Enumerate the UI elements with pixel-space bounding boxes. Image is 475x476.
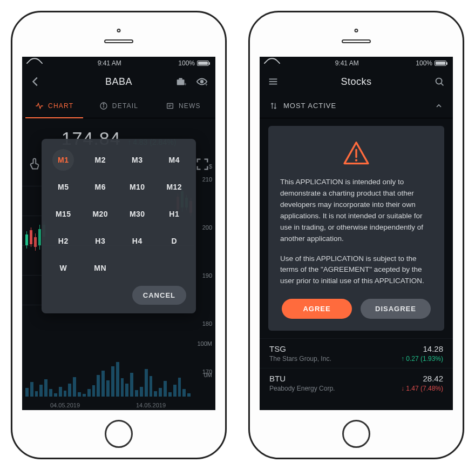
svg-text:+: + <box>205 82 208 88</box>
svg-point-14 <box>436 78 442 84</box>
timeframe-option-m30[interactable]: M30 <box>119 200 156 227</box>
page-header: BABA + + <box>22 70 215 93</box>
pulse-icon <box>35 102 44 110</box>
cancel-button[interactable]: CANCEL <box>132 286 186 305</box>
timeframe-option-h4[interactable]: H4 <box>119 227 156 254</box>
fullscreen-icon[interactable] <box>195 157 210 172</box>
timeframe-option-m12[interactable]: M12 <box>156 173 193 200</box>
search-icon[interactable] <box>433 76 445 88</box>
status-bar: 9:41 AM 100% <box>22 57 215 70</box>
sort-icon <box>269 102 278 110</box>
phone-speaker <box>104 39 133 43</box>
volume-series <box>25 353 191 397</box>
chevron-up-icon <box>435 102 443 110</box>
tab-news-label: NEWS <box>179 102 201 110</box>
phone-camera-dot <box>117 29 121 32</box>
back-icon[interactable] <box>30 76 42 88</box>
status-battery-pct: 100% <box>416 59 432 67</box>
news-icon <box>166 102 174 110</box>
screen-1: 9:41 AM 100% BABA + <box>22 57 215 410</box>
wifi-icon <box>266 57 278 69</box>
agree-button[interactable]: AGREE <box>282 299 352 319</box>
timeframe-modal: M1M2M3M4M5M6M10M12M15M20M30H1H2H3H4DWMN … <box>42 139 196 313</box>
stock-change: ↓ 1.47 (7.48%) <box>401 385 443 392</box>
svg-text:+: + <box>184 82 187 87</box>
status-time: 9:41 AM <box>335 59 359 67</box>
tab-detail-label: DETAIL <box>112 102 138 110</box>
stock-row-tsg[interactable]: TSG14.28The Stars Group, Inc.↑ 0.27 (1.9… <box>260 338 453 368</box>
page-title: BABA <box>105 76 132 88</box>
timeframe-option-h3[interactable]: H3 <box>82 227 119 254</box>
stock-symbol: BTU <box>269 374 286 383</box>
timeframe-option-w[interactable]: W <box>45 254 82 281</box>
warning-icon <box>280 139 432 168</box>
stock-name: The Stars Group, Inc. <box>269 355 331 363</box>
phone-speaker <box>342 39 371 43</box>
timeframe-option-m4[interactable]: M4 <box>156 146 193 173</box>
disclaimer-panel: This APPLICATION is intended only to dem… <box>268 126 444 331</box>
wifi-icon <box>29 57 40 69</box>
page-title: Stocks <box>341 76 371 88</box>
timeframe-option-h2[interactable]: H2 <box>45 227 82 254</box>
page-header: Stocks <box>260 70 453 93</box>
stock-change: ↑ 0.27 (1.93%) <box>401 355 443 363</box>
timeframe-option-m1[interactable]: M1 <box>45 146 82 173</box>
touch-mode-icon[interactable] <box>28 157 43 172</box>
tab-news[interactable]: NEWS <box>151 93 215 118</box>
info-icon <box>99 102 108 110</box>
phone-frame-2: 9:41 AM 100% Stocks <box>248 11 464 459</box>
battery-icon <box>197 61 209 66</box>
menu-icon[interactable] <box>267 76 279 88</box>
home-button[interactable] <box>342 420 370 448</box>
svg-rect-0 <box>177 79 185 85</box>
stock-symbol: TSG <box>269 344 286 353</box>
stock-price: 28.42 <box>423 374 443 383</box>
svg-rect-8 <box>167 103 173 108</box>
status-time: 9:41 AM <box>98 59 121 67</box>
svg-point-7 <box>103 104 104 104</box>
timeframe-option-m3[interactable]: M3 <box>119 146 156 173</box>
svg-point-3 <box>201 81 203 83</box>
stock-name: Peabody Energy Corp. <box>269 385 335 392</box>
stocks-list: TSG14.28The Stars Group, Inc.↑ 0.27 (1.9… <box>260 338 453 398</box>
x-axis: 04.05.2019 14.05.2019 <box>22 402 194 408</box>
sort-label: MOST ACTIVE <box>283 102 336 110</box>
timeframe-option-m6[interactable]: M6 <box>82 173 119 200</box>
tab-chart-label: CHART <box>48 102 73 110</box>
disclaimer-p2: Use of this APPLICATION is subject to th… <box>280 253 432 287</box>
timeframe-option-m20[interactable]: M20 <box>82 200 119 227</box>
home-button[interactable] <box>105 420 133 448</box>
phone-frame-1: 9:41 AM 100% BABA + <box>11 11 227 459</box>
eye-add-icon[interactable]: + <box>196 76 208 88</box>
timeframe-option-m15[interactable]: M15 <box>45 200 82 227</box>
svg-line-15 <box>441 83 443 85</box>
tab-detail[interactable]: DETAIL <box>86 93 151 118</box>
timeframe-option-h1[interactable]: H1 <box>156 200 193 227</box>
stock-price: 14.28 <box>423 344 443 353</box>
timeframe-option-d[interactable]: D <box>156 227 193 254</box>
svg-rect-1 <box>179 78 182 80</box>
briefcase-add-icon[interactable]: + <box>175 76 187 88</box>
sort-bar[interactable]: MOST ACTIVE <box>260 93 453 118</box>
y-unit: $ <box>209 163 212 170</box>
battery-icon <box>435 61 446 66</box>
disclaimer-p1: This APPLICATION is intended only to dem… <box>280 177 432 245</box>
stock-row-btu[interactable]: BTU28.42Peabody Energy Corp.↓ 1.47 (7.48… <box>260 368 453 398</box>
phone-camera-dot <box>355 29 358 32</box>
tabs: CHART DETAIL NEWS <box>22 93 215 118</box>
timeframe-option-m2[interactable]: M2 <box>82 146 119 173</box>
screen-2: 9:41 AM 100% Stocks <box>260 57 453 410</box>
status-bar: 9:41 AM 100% <box>260 57 453 70</box>
timeframe-option-mn[interactable]: MN <box>82 254 119 281</box>
status-battery-pct: 100% <box>178 59 195 67</box>
timeframe-option-m5[interactable]: M5 <box>45 173 82 200</box>
timeframe-option-m10[interactable]: M10 <box>119 173 156 200</box>
disagree-button[interactable]: DISAGREE <box>361 299 431 319</box>
svg-point-17 <box>355 159 357 162</box>
tab-chart[interactable]: CHART <box>22 93 86 118</box>
